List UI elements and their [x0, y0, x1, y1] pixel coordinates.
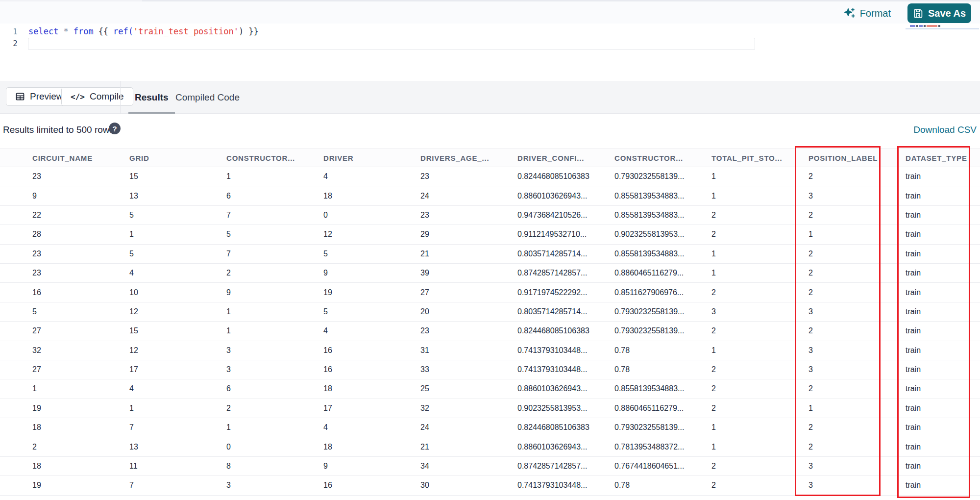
cell-position-label: 2 [808, 443, 906, 451]
table-header-cell[interactable]: DRIVER [323, 154, 420, 162]
cell-constructor: 6 [226, 192, 323, 200]
cell-circuit-name: 28 [32, 230, 129, 239]
cell-total-pit-stops: 1 [711, 346, 808, 355]
tab-compiled-code[interactable]: Compiled Code [171, 81, 245, 114]
editor-toolbar: Format Save As [0, 1, 980, 24]
download-csv-link[interactable]: Download CSV [913, 125, 977, 135]
minimap-underline [906, 28, 979, 29]
code-line-1[interactable]: select*from{{ref('train_test_position')}… [28, 26, 259, 36]
cell-dataset-type: train [906, 443, 980, 451]
table-header-cell[interactable]: CONSTRUCTOR... [614, 154, 711, 162]
cell-total-pit-stops: 1 [711, 192, 808, 200]
cell-constructor: 3 [226, 481, 323, 490]
cell-constructor: 6 [226, 384, 323, 393]
table-header-cell[interactable]: DRIVERS_AGE_... [420, 154, 517, 162]
table-row[interactable]: 1 4 6 18 25 0.8860103626943... 0.8558139… [0, 379, 980, 399]
compile-label: Compile [90, 91, 124, 102]
cell-dataset-type: train [906, 230, 980, 239]
table-row[interactable]: 19 1 2 17 32 0.9023255813953... 0.886046… [0, 399, 980, 418]
cell-driver-confidence: 0.8035714285714... [517, 307, 614, 316]
cell-drivers-age: 29 [420, 230, 517, 239]
table-row[interactable]: 2 13 0 18 21 0.8860103626943... 0.781395… [0, 437, 980, 456]
cell-total-pit-stops: 2 [711, 462, 808, 471]
cell-constructor-2: 0.8511627906976... [614, 288, 711, 297]
cell-grid: 17 [129, 365, 226, 374]
table-header-cell[interactable]: TOTAL_PIT_STO... [711, 154, 808, 162]
cell-position-label: 2 [808, 326, 906, 335]
table-row[interactable]: 27 15 1 4 23 0.824468085106383 0.7930232… [0, 322, 980, 341]
cell-grid: 4 [129, 269, 226, 277]
cell-constructor-2: 0.78 [614, 365, 711, 374]
cell-constructor-2: 0.8558139534883... [614, 211, 711, 220]
cell-constructor-2: 0.7930232558139... [614, 307, 711, 316]
save-icon [913, 8, 923, 19]
line-number-1: 1 [0, 27, 18, 36]
cell-driver: 16 [323, 346, 420, 355]
table-row[interactable]: 5 12 1 5 20 0.8035714285714... 0.7930232… [0, 302, 980, 322]
cell-driver-confidence: 0.8860103626943... [517, 384, 614, 393]
cell-position-label: 2 [808, 288, 906, 297]
cell-total-pit-stops: 1 [711, 423, 808, 432]
cell-constructor: 1 [226, 172, 323, 181]
cell-total-pit-stops: 1 [711, 269, 808, 277]
cell-drivers-age: 34 [420, 462, 517, 471]
table-row[interactable]: 18 11 8 9 34 0.8742857142857... 0.767441… [0, 457, 980, 476]
table-row[interactable]: 16 10 9 19 27 0.9171974522292... 0.85116… [0, 283, 980, 302]
cell-driver: 16 [323, 365, 420, 374]
cell-driver-confidence: 0.8860103626943... [517, 192, 614, 200]
cell-constructor-2: 0.8860465116279... [614, 404, 711, 413]
sql-star-operator: * [63, 26, 68, 36]
table-row[interactable]: 32 12 3 16 31 0.7413793103448... 0.78 1 … [0, 341, 980, 360]
cell-drivers-age: 31 [420, 346, 517, 355]
table-row[interactable]: 22 5 7 0 23 0.9473684210526... 0.8558139… [0, 206, 980, 225]
cell-dataset-type: train [906, 250, 980, 258]
cell-constructor: 8 [226, 462, 323, 471]
table-row[interactable]: 23 4 2 9 39 0.8742857142857... 0.8860465… [0, 264, 980, 283]
sparkle-icon [844, 7, 856, 19]
table-row[interactable]: 18 7 1 4 24 0.824468085106383 0.79302325… [0, 418, 980, 437]
table-row[interactable]: 27 17 3 16 33 0.7413793103448... 0.78 2 … [0, 360, 980, 379]
dbt-ide-screen: Format Save As 1 2 select*from{{ref('tra… [0, 0, 980, 500]
preview-label: Preview [30, 91, 63, 102]
help-icon[interactable]: ? [109, 123, 121, 134]
cell-position-label: 3 [808, 346, 906, 355]
cell-position-label: 3 [808, 365, 906, 374]
table-row[interactable]: 23 5 7 5 21 0.8035714285714... 0.8558139… [0, 245, 980, 264]
active-line-highlight [28, 38, 755, 50]
cell-dataset-type: train [906, 211, 980, 220]
cell-drivers-age: 21 [420, 443, 517, 451]
table-row[interactable]: 28 1 5 12 29 0.9112149532710... 0.902325… [0, 225, 980, 244]
table-header-cell[interactable]: CIRCUIT_NAME [32, 154, 129, 162]
cell-driver-confidence: 0.8742857142857... [517, 462, 614, 471]
table-row[interactable]: 9 13 6 18 24 0.8860103626943... 0.855813… [0, 186, 980, 205]
cell-circuit-name: 16 [32, 288, 129, 297]
table-body: 23 15 1 4 23 0.824468085106383 0.7930232… [0, 167, 980, 496]
cell-total-pit-stops: 2 [711, 288, 808, 297]
cell-driver-confidence: 0.8035714285714... [517, 250, 614, 258]
cell-position-label: 3 [808, 462, 906, 471]
cell-total-pit-stops: 3 [711, 307, 808, 316]
table-header-cell[interactable]: POSITION_LABEL [808, 154, 906, 162]
cell-constructor: 1 [226, 307, 323, 316]
cell-dataset-type: train [906, 462, 980, 471]
code-editor[interactable]: 1 2 select*from{{ref('train_test_positio… [0, 24, 980, 81]
table-row[interactable]: 19 7 3 16 30 0.7413793103448... 0.78 2 3… [0, 476, 980, 495]
cell-driver: 17 [323, 404, 420, 413]
cell-circuit-name: 18 [32, 423, 129, 432]
compile-button[interactable]: </> Compile [61, 87, 133, 106]
cell-circuit-name: 19 [32, 404, 129, 413]
format-button[interactable]: Format [844, 5, 891, 21]
table-header-cell[interactable]: DATASET_TYPE [906, 154, 980, 162]
editor-minimap[interactable] [910, 25, 940, 27]
save-as-button[interactable]: Save As [907, 3, 971, 23]
cell-constructor: 7 [226, 211, 323, 220]
tab-results-label: Results [135, 92, 169, 103]
table-header-cell[interactable]: GRID [129, 154, 226, 162]
tab-results[interactable]: Results [128, 81, 175, 114]
table-header-cell[interactable]: DRIVER_CONFI... [517, 154, 614, 162]
cell-driver-confidence: 0.824468085106383 [517, 423, 614, 432]
table-row[interactable]: 23 15 1 4 23 0.824468085106383 0.7930232… [0, 167, 980, 186]
cell-constructor-2: 0.9023255813953... [614, 230, 711, 239]
table-header-cell[interactable]: CONSTRUCTOR... [226, 154, 323, 162]
cell-dataset-type: train [906, 307, 980, 316]
